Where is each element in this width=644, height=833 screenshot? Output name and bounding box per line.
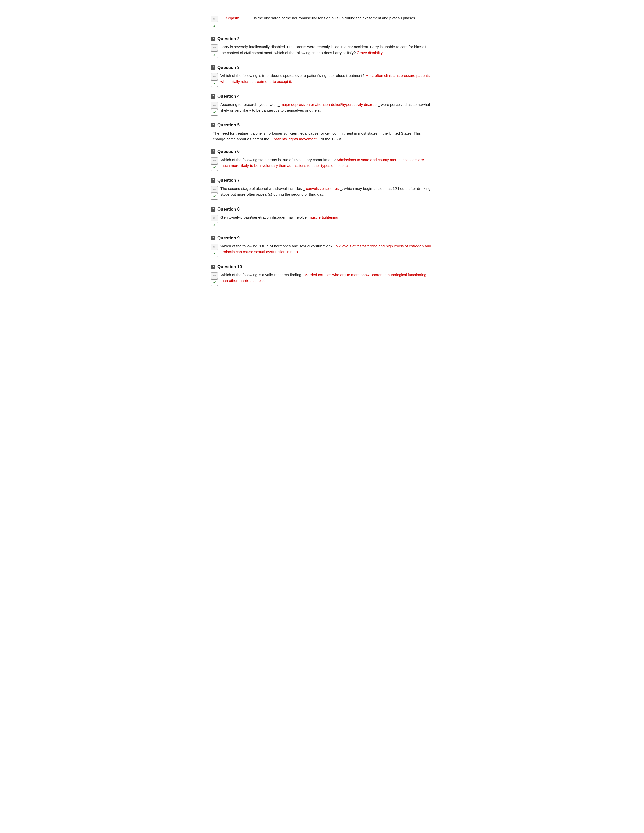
question-heading-q5: ?Question 5 <box>211 123 433 128</box>
question-label-q8: Question 8 <box>217 207 240 212</box>
question-label-q3: Question 3 <box>217 65 240 70</box>
answer-text-q5: The need for treatment alone is no longe… <box>211 130 433 142</box>
question-icon-q2: ? <box>211 37 216 41</box>
check-icon-q10[interactable] <box>211 280 218 286</box>
icon-pair-q3 <box>211 73 218 87</box>
icon-pair-q2 <box>211 44 218 58</box>
answer-text-q10: Which of the following is a valid resear… <box>221 272 433 284</box>
question-label-q2: Question 2 <box>217 36 240 42</box>
answer-highlight-q2: Grave disability <box>357 50 383 55</box>
answer-row-q7: The second stage of alcohol withdrawal i… <box>211 185 433 199</box>
icon-pair-q8 <box>211 215 218 228</box>
check-icon-q8[interactable] <box>211 222 218 228</box>
answer-row-q3: Which of the following is true about dis… <box>211 73 433 87</box>
question-block-q2: ?Question 2Larry is severely intellectua… <box>211 36 433 58</box>
check-icon-q1[interactable] <box>211 23 218 29</box>
question-label-q5: Question 5 <box>217 123 240 128</box>
answer-highlight-q5: patients' rights movement <box>274 137 316 141</box>
question-heading-q2: ?Question 2 <box>211 36 433 42</box>
icon-pair-q10 <box>211 272 218 286</box>
answer-text-q9: Which of the following is true of hormon… <box>221 243 433 255</box>
icon-pair-q7 <box>211 186 218 199</box>
answer-text-q7: The second stage of alcohol withdrawal i… <box>221 185 433 198</box>
answer-plain-q7: The second stage of alcohol withdrawal i… <box>221 186 306 191</box>
answer-text-q3: Which of the following is true about dis… <box>221 73 433 85</box>
pencil-icon-q8[interactable] <box>211 215 218 221</box>
answer-text-q6: Which of the following statements is tru… <box>221 157 433 169</box>
question-icon-q8: ? <box>211 207 216 212</box>
pencil-icon-q9[interactable] <box>211 244 218 250</box>
answer-row-q10: Which of the following is a valid resear… <box>211 272 433 286</box>
question-block-q7: ?Question 7The second stage of alcohol w… <box>211 178 433 199</box>
answer-plain-q6: Which of the following statements is tru… <box>221 158 336 162</box>
icon-pair-q9 <box>211 244 218 257</box>
pencil-icon-q3[interactable] <box>211 73 218 80</box>
answer-row-q9: Which of the following is true of hormon… <box>211 243 433 257</box>
question-heading-q9: ?Question 9 <box>211 235 433 241</box>
icon-pair-q4 <box>211 102 218 116</box>
answer-plain-q1: __ <box>221 16 226 20</box>
question-label-q10: Question 10 <box>217 264 242 269</box>
answer-highlight-q4: major depression or attention-deficit/hy… <box>280 102 378 106</box>
answer-text-q4: According to research, youth with _ majo… <box>221 101 433 113</box>
question-heading-q10: ?Question 10 <box>211 264 433 269</box>
question-block-q3: ?Question 3Which of the following is tru… <box>211 65 433 87</box>
answer-highlight-q7: convulsive seizures <box>306 186 339 191</box>
answer-highlight-q1: Orgasm <box>226 16 239 20</box>
check-icon-q6[interactable] <box>211 164 218 171</box>
questions-container: __ Orgasm ______ is the discharge of the… <box>211 15 433 286</box>
icon-pair-q6 <box>211 157 218 171</box>
pencil-icon-q7[interactable] <box>211 186 218 193</box>
answer-plain-q9: Which of the following is true of hormon… <box>221 244 333 248</box>
question-label-q6: Question 6 <box>217 149 240 154</box>
question-block-q10: ?Question 10Which of the following is a … <box>211 264 433 286</box>
answer-text-q8: Genito-pelvic pain/penetration disorder … <box>221 214 433 220</box>
pencil-icon-q6[interactable] <box>211 157 218 164</box>
question-block-q4: ?Question 4According to research, youth … <box>211 94 433 116</box>
answer-text-q1: __ Orgasm ______ is the discharge of the… <box>221 15 433 21</box>
answer-row-q2: Larry is severely intellectually disable… <box>211 44 433 58</box>
question-icon-q10: ? <box>211 265 216 269</box>
answer-plain-q10: Which of the following is a valid resear… <box>221 273 304 277</box>
question-block-q1: __ Orgasm ______ is the discharge of the… <box>211 15 433 29</box>
answer-row-q8: Genito-pelvic pain/penetration disorder … <box>211 214 433 228</box>
answer-plain-q5: _ of the 1960s. <box>317 137 343 141</box>
icon-pair-q1 <box>211 16 218 29</box>
top-divider <box>211 8 433 8</box>
answer-plain-q4: According to research, youth with _ <box>221 102 280 106</box>
question-block-q8: ?Question 8Genito-pelvic pain/penetratio… <box>211 207 433 228</box>
answer-plain-q2: Larry is severely intellectually disable… <box>221 45 431 55</box>
question-icon-q4: ? <box>211 94 216 99</box>
pencil-icon-q10[interactable] <box>211 272 218 279</box>
question-label-q4: Question 4 <box>217 94 240 99</box>
check-icon-q3[interactable] <box>211 80 218 87</box>
question-block-q5: ?Question 5The need for treatment alone … <box>211 123 433 142</box>
question-heading-q4: ?Question 4 <box>211 94 433 99</box>
question-icon-q9: ? <box>211 236 216 240</box>
answer-row-q1: __ Orgasm ______ is the discharge of the… <box>211 15 433 29</box>
question-block-q9: ?Question 9Which of the following is tru… <box>211 235 433 257</box>
question-heading-q8: ?Question 8 <box>211 207 433 212</box>
pencil-icon-q1[interactable] <box>211 16 218 22</box>
pencil-icon-q2[interactable] <box>211 44 218 51</box>
question-label-q9: Question 9 <box>217 235 240 241</box>
pencil-icon-q4[interactable] <box>211 102 218 109</box>
answer-plain-q1: ______ is the discharge of the neuromusc… <box>239 16 416 20</box>
answer-highlight-q8: muscle tightening <box>309 215 338 219</box>
answer-plain-q3: Which of the following is true about dis… <box>221 74 365 78</box>
question-icon-q5: ? <box>211 123 216 127</box>
answer-row-q4: According to research, youth with _ majo… <box>211 101 433 116</box>
question-heading-q7: ?Question 7 <box>211 178 433 183</box>
question-icon-q6: ? <box>211 150 216 154</box>
question-block-q6: ?Question 6Which of the following statem… <box>211 149 433 171</box>
answer-plain-q8: Genito-pelvic pain/penetration disorder … <box>221 215 309 219</box>
answer-text-q2: Larry is severely intellectually disable… <box>221 44 433 56</box>
question-label-q7: Question 7 <box>217 178 240 183</box>
question-heading-q3: ?Question 3 <box>211 65 433 70</box>
check-icon-q4[interactable] <box>211 109 218 116</box>
check-icon-q7[interactable] <box>211 193 218 199</box>
check-icon-q2[interactable] <box>211 51 218 58</box>
check-icon-q9[interactable] <box>211 251 218 257</box>
question-icon-q7: ? <box>211 178 216 183</box>
question-heading-q6: ?Question 6 <box>211 149 433 154</box>
